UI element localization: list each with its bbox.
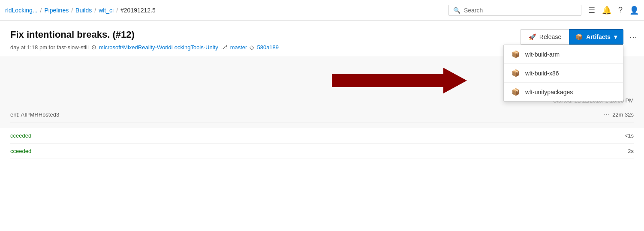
breadcrumb-pipelines[interactable]: Pipelines: [44, 7, 69, 14]
release-label: Release: [539, 33, 561, 40]
artifact-item-x86[interactable]: 📦 wlt-build-x86: [504, 64, 623, 83]
notification-icon[interactable]: 🔔: [602, 6, 611, 15]
red-arrow: [332, 66, 469, 96]
topbar-icons: ☰ 🔔 ? 👤: [588, 6, 639, 15]
breadcrumb-sep-2: /: [71, 7, 73, 14]
artifact-unity-label: wlt-unitypackages: [525, 89, 573, 96]
meta-repo-link[interactable]: microsoft/MixedReality-WorldLockingTools…: [99, 44, 218, 51]
more-icon: ⋯: [629, 32, 637, 42]
svg-marker-0: [332, 68, 467, 93]
agent-row: ent: AIPMRHosted3 ⋯ 22m 32s: [10, 107, 634, 123]
rocket-icon: 🚀: [529, 33, 536, 40]
artifact-arm-icon: 📦: [512, 50, 520, 58]
artifact-x86-icon: 📦: [512, 69, 520, 77]
artifacts-label: Artifacts: [586, 33, 611, 40]
user-icon[interactable]: 👤: [629, 6, 639, 15]
breadcrumb-build-number: #20191212.5: [120, 7, 156, 14]
timeline-section: cceeded <1s cceeded 2s: [0, 128, 644, 159]
artifacts-button[interactable]: 📦 Artifacts ▾: [569, 29, 623, 45]
artifacts-dropdown: 📦 wlt-build-arm 📦 wlt-build-x86 📦 wlt-un…: [503, 45, 623, 102]
artifacts-icon: 📦: [575, 33, 583, 40]
artifact-unity-icon: 📦: [512, 88, 520, 96]
search-input[interactable]: [464, 7, 577, 14]
artifact-item-arm[interactable]: 📦 wlt-build-arm: [504, 45, 623, 64]
action-buttons: 🚀 Release 📦 Artifacts ▾: [521, 29, 623, 45]
release-button[interactable]: 🚀 Release: [521, 29, 569, 45]
breadcrumb-sep-4: /: [116, 7, 118, 14]
search-icon: 🔍: [453, 7, 460, 14]
chevron-down-icon: ▾: [614, 33, 617, 40]
meta-branch-link[interactable]: master: [230, 44, 247, 51]
build-header: Fix intentional breaks. (#12) day at 1:1…: [0, 21, 644, 56]
breadcrumb-sep-1: /: [40, 7, 42, 14]
artifact-item-unitypackages[interactable]: 📦 wlt-unitypackages: [504, 83, 623, 101]
github-icon: ⊙: [91, 44, 96, 51]
status-1: cceeded: [10, 132, 31, 139]
more-options-button[interactable]: ⋯: [627, 29, 640, 45]
timeline-row-1: cceeded <1s: [10, 128, 634, 144]
help-icon[interactable]: ?: [618, 6, 623, 15]
branch-icon: ⎇: [221, 44, 228, 51]
agent-label: ent: AIPMRHosted3: [10, 111, 59, 118]
list-icon[interactable]: ☰: [588, 6, 595, 15]
main-content: Fix intentional breaks. (#12) day at 1:1…: [0, 21, 644, 159]
agent-duration: ⋯ 22m 32s: [604, 111, 634, 118]
meta-commit-link[interactable]: 580a189: [257, 44, 279, 51]
meta-time: day at 1:18 pm for fast-slow-still: [10, 44, 89, 51]
breadcrumb-pipeline-name[interactable]: wlt_ci: [99, 7, 114, 14]
topbar: rldLocking... / Pipelines / Builds / wlt…: [0, 0, 644, 21]
time-2: 2s: [628, 148, 634, 154]
search-bar[interactable]: 🔍: [448, 5, 581, 16]
breadcrumb-project[interactable]: rldLocking...: [5, 7, 37, 14]
time-1: <1s: [625, 132, 634, 139]
breadcrumb-sep-3: /: [94, 7, 96, 14]
artifact-x86-label: wlt-build-x86: [525, 70, 559, 77]
status-2: cceeded: [10, 148, 31, 154]
breadcrumb-builds[interactable]: Builds: [75, 7, 92, 14]
artifact-arm-label: wlt-build-arm: [525, 51, 560, 58]
breadcrumb: rldLocking... / Pipelines / Builds / wlt…: [5, 7, 156, 14]
commit-icon: ◇: [250, 44, 254, 51]
timeline-row-2: cceeded 2s: [10, 144, 634, 159]
